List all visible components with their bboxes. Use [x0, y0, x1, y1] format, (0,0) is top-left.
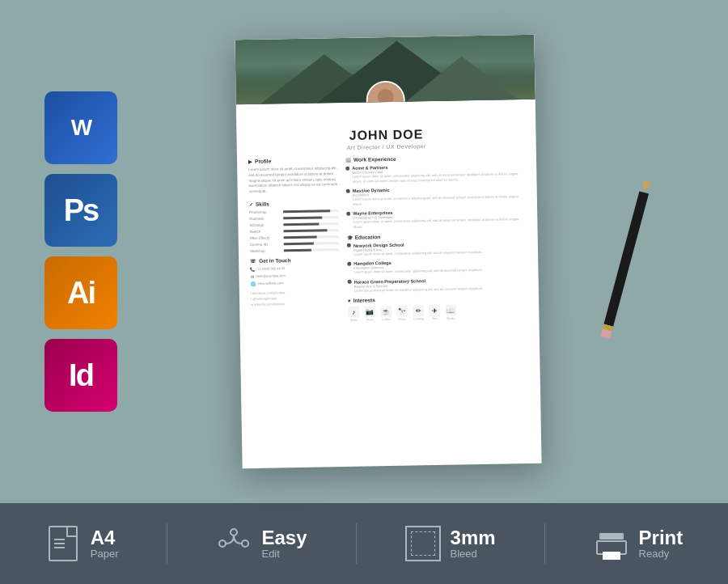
- social-links: f facebook.com/johndoe t @twitter/johndo…: [251, 290, 340, 307]
- skill-row: Sketch: [249, 228, 338, 234]
- avatar: [366, 81, 405, 105]
- interest-item: 📷 Photo: [364, 307, 375, 322]
- contact-section-title: ☏ Get in Touch: [250, 256, 339, 264]
- divider: [167, 523, 167, 564]
- interest-item: ☕ Coffee: [380, 306, 392, 321]
- work-entry: Massive Dynamic Art Director Lorem ipsum…: [346, 185, 526, 206]
- feature-print: Print Ready: [594, 523, 684, 564]
- interests-row: ♪ Music 📷 Photo ☕ Coffee 🔭: [348, 303, 527, 322]
- education-icon: 🎓: [347, 234, 353, 239]
- work-entry: Wayne Enterprises UX Designer / UI Devel…: [346, 208, 526, 229]
- education-entry: Horace Green Preparatory School Regular …: [348, 277, 527, 293]
- feature-a4: A4 Paper: [45, 523, 119, 564]
- divider: [544, 523, 545, 564]
- svg-point-1: [242, 540, 248, 547]
- contact-phone: 📞 +1 (000) 000 44 55: [250, 265, 339, 272]
- contact-icon: ☏: [250, 258, 256, 264]
- interest-item: 📖 Books: [445, 305, 456, 320]
- easy-label: Easy: [261, 528, 307, 548]
- avatar-face: [367, 83, 404, 105]
- resume-two-col: ▶ Profile Lorem ipsum dolor sit amet, co…: [248, 154, 531, 468]
- interest-item: ♪ Music: [348, 307, 359, 322]
- resume-body: JOHN DOE Art Director / UX Developer ▶ P…: [236, 99, 542, 468]
- interest-item: 🔭 Binoc.: [396, 306, 408, 321]
- skill-row: Photoshop: [249, 209, 338, 214]
- mountain-3: [405, 55, 519, 101]
- bleed-sublabel: Bleed: [451, 548, 496, 560]
- contact-web: 🌐 www.website.com: [251, 280, 340, 286]
- skill-row: Sketchup: [250, 248, 339, 253]
- main-area: W Ps Ai Id JOHN DOE Art Director / UX De…: [0, 0, 728, 503]
- work-section-title: 🏢 Work Experience: [345, 154, 525, 163]
- print-sublabel: Ready: [639, 548, 684, 560]
- profile-section-title: ▶ Profile: [248, 157, 337, 164]
- education-section-title: 🎓 Education: [347, 231, 527, 240]
- software-icons-panel: W Ps Ai Id: [44, 91, 117, 412]
- skill-row: Cinema 4D: [250, 241, 339, 247]
- bleed-icon: [405, 523, 441, 564]
- bottom-bar: A4 Paper Easy Edit 3mm: [0, 503, 728, 584]
- divider: [356, 523, 357, 564]
- skills-icon: ✓: [249, 201, 253, 207]
- pencil-decoration: [600, 180, 651, 339]
- skill-row: Illustrator: [249, 215, 338, 221]
- word-icon: W: [44, 91, 117, 164]
- illustrator-icon: Ai: [44, 256, 117, 329]
- education-entry: Newyork Design School Digital Media & Ar…: [347, 240, 527, 256]
- svg-point-2: [231, 529, 237, 535]
- interest-item: ✏ Drawing: [413, 306, 424, 321]
- feature-bleed: 3mm Bleed: [405, 523, 496, 564]
- svg-point-0: [219, 540, 226, 547]
- a4-sublabel: Paper: [91, 548, 119, 560]
- skills-section-title: ✓ Skills: [249, 200, 338, 207]
- skill-row: After Effects: [250, 235, 339, 240]
- easy-sublabel: Edit: [261, 548, 307, 560]
- bleed-label: 3mm: [451, 528, 496, 548]
- work-entry: Acme & Partners Senior Creative Chief Lo…: [345, 163, 525, 184]
- photoshop-icon: Ps: [44, 174, 117, 247]
- interest-item: ✈ Pets: [429, 305, 440, 320]
- resume-header-image: [235, 35, 535, 104]
- resume-right-col: 🏢 Work Experience Acme & Partners Senior…: [345, 154, 531, 468]
- resume-paper: JOHN DOE Art Director / UX Developer ▶ P…: [235, 35, 541, 468]
- email-icon: ✉: [250, 274, 253, 279]
- phone-icon: 📞: [250, 267, 255, 272]
- feature-easy-edit: Easy Edit: [216, 523, 307, 564]
- edit-icon: [216, 523, 252, 564]
- education-entry: Hampden College Information Sciences Lor…: [347, 258, 527, 274]
- skills-list: Photoshop Illustrator InDesign Sket: [249, 209, 339, 253]
- print-icon: [594, 523, 629, 564]
- work-icon: 🏢: [345, 157, 351, 163]
- profile-icon: ▶: [248, 159, 252, 164]
- interests-section-title: ♥ Interests: [348, 294, 527, 303]
- indesign-icon: Id: [44, 339, 117, 412]
- a4-label: A4: [91, 528, 119, 548]
- interests-icon: ♥: [348, 298, 351, 303]
- a4-icon: [45, 523, 81, 564]
- print-label: Print: [639, 528, 684, 548]
- profile-text: Lorem ipsum dolor sit amet, consectetur …: [248, 166, 338, 195]
- skill-row: InDesign: [249, 222, 338, 227]
- resume-left-col: ▶ Profile Lorem ipsum dolor sit amet, co…: [248, 157, 343, 468]
- web-icon: 🌐: [251, 281, 256, 286]
- contact-email: ✉ hello@example.com: [250, 273, 339, 279]
